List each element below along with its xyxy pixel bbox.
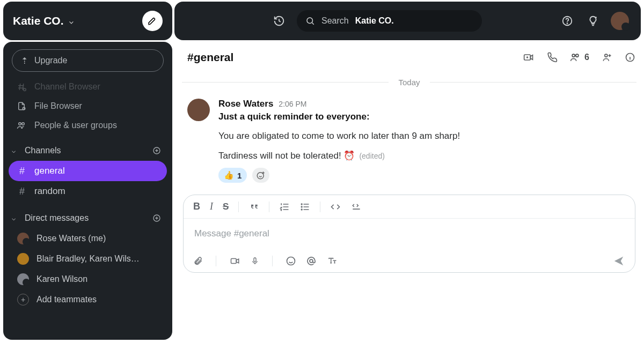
avatar [17,253,29,265]
attach-button[interactable] [193,256,203,266]
add-people-button[interactable] [601,52,613,63]
thumbsup-icon: 👍 [224,170,234,180]
quote-button[interactable] [248,202,259,212]
italic-button[interactable]: I [210,201,213,212]
upgrade-icon: ⇡ [21,56,28,66]
emoji-button[interactable] [286,256,296,266]
add-channel-button[interactable] [151,145,163,156]
svg-point-21 [287,257,295,265]
send-icon [612,255,625,267]
svg-point-11 [572,54,575,57]
upgrade-label: Upgrade [34,56,67,65]
avatar [17,273,29,285]
mention-button[interactable] [306,256,317,266]
channel-info-button[interactable] [625,52,635,63]
channel-title[interactable]: #general [187,51,233,64]
channel-random[interactable]: # random [9,181,167,202]
strike-button[interactable]: S [223,202,229,212]
message-avatar[interactable] [187,99,210,121]
message-input[interactable] [194,228,624,239]
channel-general[interactable]: # general [9,161,167,181]
svg-point-2 [19,123,21,125]
plus-circle-icon [152,214,161,222]
bullet-list-button[interactable] [299,202,310,212]
nav-file-browser[interactable]: File Browser [5,96,170,116]
message-lead: Just a quick reminder to everyone: [218,111,631,122]
lightbulb-icon [587,15,599,27]
message-user[interactable]: Rose Waters [218,99,273,109]
code-button[interactable] [330,202,341,212]
svg-point-16 [302,204,303,205]
svg-point-0 [24,88,26,91]
add-teammates[interactable]: + Add teammates [9,289,167,310]
help-button[interactable] [559,15,575,27]
text-icon [326,256,338,266]
dm-rose-waters[interactable]: Rose Waters (me) [9,228,167,249]
svg-point-18 [302,209,303,210]
history-button[interactable] [271,15,287,27]
ordered-list-button[interactable] [279,202,290,212]
text-format-button[interactable] [326,256,338,266]
plus-circle-icon [152,146,161,155]
members-button[interactable]: 6 [569,52,589,63]
dm-karen-wilson[interactable]: Karen Wilson [9,269,167,289]
video-plus-icon [522,52,535,63]
svg-rect-19 [231,258,237,263]
message-line2: You are obligated to come to work no lat… [218,131,631,141]
search-input[interactable]: Search Katie CO. [297,10,482,32]
svg-point-9 [595,17,597,18]
dm-group[interactable]: Blair Bradley, Karen Wils… [9,249,167,269]
svg-point-13 [605,54,608,57]
add-reaction-button[interactable] [252,168,269,183]
at-icon [306,256,317,266]
avatar [17,233,29,244]
svg-rect-20 [254,258,256,262]
emoji-icon [286,256,296,266]
channels-section-header[interactable]: ⌵ Channels [3,135,172,160]
mic-button[interactable] [251,256,259,266]
svg-point-17 [302,206,303,207]
video-icon [229,256,241,266]
history-icon [273,15,285,27]
hash-icon: # [17,166,27,177]
workspace-header: Katie CO. ⌵ [3,2,172,40]
attach-toolbar [184,249,635,272]
person-plus-icon [601,52,613,63]
ordered-list-icon [279,202,290,212]
edited-label: (edited) [359,152,384,160]
workspace-switcher[interactable]: Katie CO. ⌵ [13,14,74,27]
codeblock-button[interactable] [350,202,362,212]
chevron-down-icon: ⌵ [69,17,74,25]
chevron-down-icon: ⌵ [12,147,20,154]
emoji-plus-icon [256,170,266,180]
bullet-list-icon [299,202,310,212]
hash-icon: # [17,186,27,197]
nav-channel-browser[interactable]: Channel Browser [5,77,170,96]
add-video-button[interactable] [522,52,535,63]
dms-title: Direct messages [25,213,89,223]
svg-point-3 [22,123,25,125]
nav-people[interactable]: People & user groups [5,116,170,135]
reaction-thumbsup[interactable]: 👍 1 [218,168,247,183]
compose-button[interactable] [142,11,163,31]
codeblock-icon [350,202,362,212]
video-button[interactable] [229,256,241,266]
send-button[interactable] [612,255,625,267]
bold-button[interactable]: B [193,201,200,212]
paperclip-icon [193,256,203,266]
call-button[interactable] [547,52,558,63]
activity-button[interactable] [585,15,601,27]
quote-icon [248,202,259,212]
topbar: Search Katie CO. [174,2,641,40]
upgrade-button[interactable]: ⇡ Upgrade [12,49,164,72]
people-icon [569,52,581,63]
add-dm-button[interactable] [151,212,163,224]
svg-point-22 [310,259,313,263]
message-line3: Tardiness will not be tolerated! ⏰ [218,150,355,161]
user-avatar[interactable] [611,12,629,30]
pencil-icon [148,16,157,26]
svg-point-12 [576,54,579,57]
dms-section-header[interactable]: ⌵ Direct messages [3,203,172,227]
svg-point-8 [567,23,567,24]
code-icon [330,202,341,212]
